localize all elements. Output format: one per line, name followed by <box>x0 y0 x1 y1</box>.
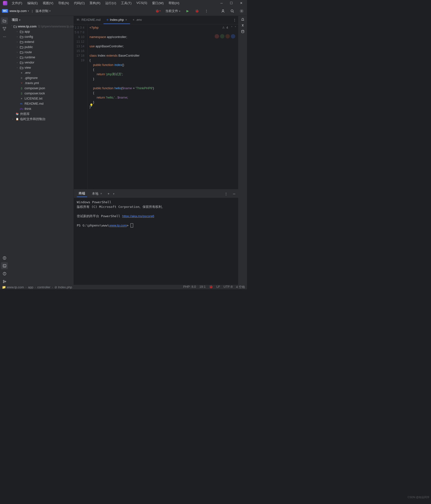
browser-icon <box>225 34 230 38</box>
svg-point-15 <box>241 30 244 31</box>
tree-row[interactable]: {}composer.lock <box>9 91 74 96</box>
svg-rect-8 <box>3 265 6 267</box>
terminal-panel: 终端 本地 × ＋ ▾ ⋮ ─ Windows PowerShell 版权所有 … <box>74 189 238 285</box>
run-tool-icon[interactable] <box>1 254 8 261</box>
status-bar: 📁 www.tp.com › app › controller › ⊘ Inde… <box>0 285 247 289</box>
code-editor[interactable]: 1 2 3 4 5 6 7 8 9 10 11 12 13 14 15 16 1… <box>74 24 238 189</box>
chevron-down-icon[interactable]: ▾ <box>49 10 51 12</box>
menu-item[interactable]: 编辑(E) <box>25 0 40 6</box>
menu-item[interactable]: 运行(U) <box>103 0 118 6</box>
menu-item[interactable]: 导航(N) <box>56 0 71 6</box>
intention-bulb-icon[interactable]: 💡 <box>90 103 93 107</box>
menu-item[interactable]: 视图(V) <box>40 0 56 6</box>
tree-row[interactable]: ›view <box>9 65 74 70</box>
tree-row[interactable]: ›app <box>9 29 74 34</box>
terminal-add-icon[interactable]: ＋ <box>107 191 110 196</box>
editor-tab[interactable]: M↓README.md <box>74 16 104 24</box>
project-tool-icon[interactable] <box>1 17 8 24</box>
database-icon[interactable] <box>241 30 245 33</box>
tree-row[interactable]: ›📋临时文件和控制台 <box>9 116 74 122</box>
tab-more-icon[interactable]: ⋮ <box>233 18 236 22</box>
sidebar-title[interactable]: 项目 ▾ <box>9 16 74 24</box>
maximize-button[interactable]: ☐ <box>226 0 236 6</box>
menu-item[interactable]: 帮助(H) <box>166 0 182 6</box>
search-icon[interactable] <box>229 8 236 14</box>
browser-icons[interactable] <box>215 34 235 38</box>
browser-icon <box>215 34 219 38</box>
project-tree[interactable]: ˅www.tp.comG:\phpenv\www\www.tp.com›app›… <box>9 24 74 285</box>
hide-icon[interactable]: ─ <box>233 192 235 196</box>
svg-rect-4 <box>3 27 4 28</box>
problems-tool-icon[interactable] <box>1 270 8 277</box>
tree-row[interactable]: ›runtime <box>9 55 74 60</box>
menu-item[interactable]: VCS(S) <box>134 0 150 6</box>
breadcrumb[interactable]: 📁 www.tp.com › app › controller › ⊘ Inde… <box>2 285 72 289</box>
tree-row[interactable]: ›extend <box>9 39 74 44</box>
svg-point-12 <box>3 280 4 281</box>
status-encoding[interactable]: UTF-8 <box>223 285 233 289</box>
settings-gear-icon[interactable] <box>238 8 245 14</box>
ai-assistant-icon[interactable] <box>241 24 245 27</box>
status-php[interactable]: PHP: 8.0 <box>183 285 196 289</box>
vcs-menu[interactable]: 版本控制 <box>36 9 48 13</box>
notifications-icon[interactable] <box>241 17 245 21</box>
editor-area: M↓README.md⊘Index.php×≡.env ⋮ 1 2 3 4 5 … <box>74 16 238 285</box>
terminal-title-tab[interactable]: 终端 <box>77 190 87 197</box>
tree-row[interactable]: {}composer.json <box>9 86 74 91</box>
menu-item[interactable]: 代码(C) <box>71 0 87 6</box>
status-indent[interactable]: 4 空格 <box>236 285 245 289</box>
tree-row[interactable]: ˅www.tp.comG:\phpenv\www\www.tp.com <box>9 24 74 29</box>
terminal-output[interactable]: Windows PowerShell 版权所有 (C) Microsoft Co… <box>74 198 238 285</box>
more-vert-icon[interactable]: ⋮ <box>224 192 228 196</box>
tree-row[interactable]: ›route <box>9 50 74 55</box>
more-vert-icon[interactable]: ⋮ <box>203 8 210 14</box>
line-gutter: 1 2 3 4 5 6 7 8 9 10 11 12 13 14 15 16 1… <box>74 24 88 189</box>
editor-tabs: M↓README.md⊘Index.php×≡.env ⋮ <box>74 16 238 24</box>
tree-row[interactable]: M↓README.md <box>9 101 74 106</box>
bug-stop-icon[interactable]: 🐞✕ <box>155 8 161 14</box>
status-line-sep[interactable]: LF <box>216 285 220 289</box>
tree-row[interactable]: 📚外部库 <box>9 111 74 116</box>
menu-item[interactable]: 文件(F) <box>9 0 25 6</box>
minimize-button[interactable]: ─ <box>217 0 226 6</box>
editor-tab[interactable]: ⊘Index.php× <box>104 16 130 24</box>
menu-item[interactable]: 重构(R) <box>87 0 103 6</box>
terminal-tool-icon[interactable] <box>1 262 8 269</box>
main-area: ⋯ 项目 ▾ ˅www.tp.comG:\phpenv\www\www.tp.c… <box>0 16 247 285</box>
svg-rect-6 <box>4 29 5 30</box>
project-name[interactable]: www.tp.com <box>10 9 27 13</box>
vcs-tool-icon[interactable] <box>1 278 8 285</box>
chevron-down-icon[interactable]: ▾ <box>28 10 29 12</box>
more-horiz-icon[interactable]: ⋯ <box>1 33 8 40</box>
run-config-selector[interactable]: 当前文件 ▾ <box>164 9 182 13</box>
left-tool-strip: ⋯ <box>0 16 9 285</box>
svg-point-11 <box>4 274 5 275</box>
status-debug-icon[interactable]: 🐞 <box>209 285 213 289</box>
terminal-session-tab[interactable]: 本地 × <box>90 190 104 197</box>
menu-item[interactable]: 窗口(W) <box>150 0 166 6</box>
tree-row[interactable]: ⊘.gitignore <box>9 75 74 80</box>
close-button[interactable]: ✕ <box>236 0 246 6</box>
chevron-down-icon[interactable]: ▾ <box>113 192 114 195</box>
svg-point-3 <box>241 11 242 12</box>
svg-rect-5 <box>5 27 6 28</box>
tree-row[interactable]: ›vendor <box>9 60 74 65</box>
browser-icon <box>220 34 224 38</box>
menu-item[interactable]: 工具(T) <box>118 0 134 6</box>
code-with-me-icon[interactable] <box>220 8 226 14</box>
debug-icon[interactable]: 🐞 <box>194 8 200 14</box>
code-content[interactable]: <?php namespace app\controller; use app\… <box>88 24 238 189</box>
tree-row[interactable]: ≡.env <box>9 70 74 75</box>
editor-tab[interactable]: ≡.env <box>130 16 145 24</box>
tree-row[interactable]: ≡LICENSE.txt <box>9 96 74 101</box>
tree-row[interactable]: ›config <box>9 34 74 39</box>
svg-point-14 <box>5 281 6 282</box>
tree-row[interactable]: Y.travis.yml <box>9 80 74 86</box>
tree-row[interactable]: phpthink <box>9 106 74 111</box>
status-caret-pos[interactable]: 19:1 <box>199 285 206 289</box>
browser-icon <box>231 34 235 38</box>
tree-row[interactable]: ›public <box>9 44 74 50</box>
inspection-widget[interactable]: ⚠ 4 ˄ ˅ <box>222 26 236 29</box>
structure-tool-icon[interactable] <box>1 25 8 32</box>
run-icon[interactable]: ▶ <box>184 8 191 14</box>
